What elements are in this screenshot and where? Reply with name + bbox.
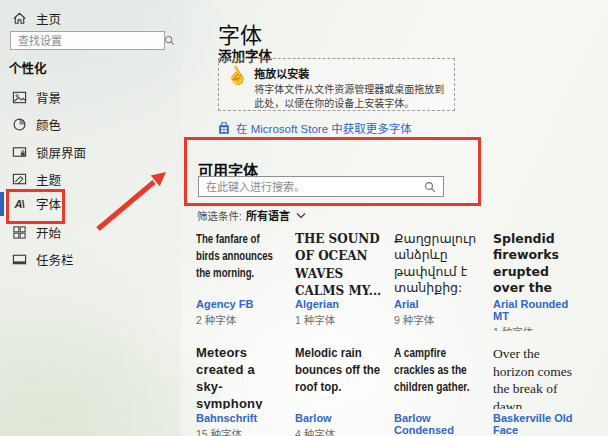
font-name-link[interactable]: Agency FB — [196, 298, 284, 310]
settings-sidebar: 主页 个性化 背景 颜色 锁屏界面 主题 A\ 字体 开始 任务栏 — [0, 0, 181, 436]
font-preview-text: Meteors created a sky-symphony of... — [196, 345, 284, 409]
chevron-down-icon — [296, 212, 306, 219]
font-card[interactable]: Meteors created a sky-symphony of... Bah… — [196, 345, 284, 436]
font-dropzone[interactable]: ☝ 拖放以安装 将字体文件从文件资源管理器或桌面拖放到此处，以便在你的设备上安装… — [218, 58, 455, 111]
font-card[interactable]: Քաղցրալուր անձրևը թափվում է տանիքից: Ari… — [394, 231, 482, 331]
sidebar-item-label: 锁屏界面 — [36, 143, 86, 162]
sidebar-item-label: 主题 — [36, 170, 61, 189]
filter-value: 所有语言 — [246, 207, 290, 223]
font-face-count: 4 种字体 — [295, 426, 383, 436]
font-grid: The fanfare of birds announces the morni… — [196, 231, 581, 436]
font-name-link[interactable]: Arial — [394, 298, 482, 310]
font-preview-text: Over the horizon comes the break of dawn… — [493, 345, 581, 409]
font-name-link[interactable]: Barlow Condensed — [394, 412, 482, 436]
fonts-icon: A\ — [11, 196, 27, 212]
font-card[interactable]: Over the horizon comes the break of dawn… — [493, 345, 581, 436]
font-preview-text: The fanfare of birds announces the morni… — [196, 231, 284, 295]
taskbar-icon — [11, 252, 27, 268]
page-title: 字体 — [218, 17, 262, 49]
themes-icon — [11, 172, 27, 188]
font-card[interactable]: THE SOUND OF OCEAN WAVES CALMS MY... Alg… — [295, 231, 383, 331]
font-name-link[interactable]: Arial Rounded MT — [493, 298, 581, 322]
sidebar-item-label: 任务栏 — [36, 250, 74, 269]
font-face-count: 2 种字体 — [196, 312, 284, 327]
home-icon — [11, 11, 27, 27]
sidebar-item-home[interactable]: 主页 — [0, 6, 181, 31]
sidebar-item-start[interactable]: 开始 — [0, 220, 181, 245]
store-icon — [218, 122, 230, 135]
dropzone-title: 拖放以安装 — [254, 65, 452, 81]
font-preview-text: Splendid fireworks erupted over the sky. — [493, 231, 581, 295]
font-face-count: 1 种字体 — [493, 324, 581, 331]
search-icon — [164, 35, 175, 46]
sidebar-item-colors[interactable]: 颜色 — [0, 112, 181, 137]
drag-hand-icon: ☝ — [223, 64, 250, 89]
lockscreen-icon — [11, 145, 27, 161]
font-search-input[interactable] — [199, 181, 424, 193]
font-face-count: 1 种字体 — [295, 312, 383, 327]
font-card[interactable]: Splendid fireworks erupted over the sky.… — [493, 231, 581, 331]
start-icon — [11, 225, 27, 241]
settings-search-box[interactable] — [10, 31, 165, 50]
fonts-settings-page: 字体 添加字体 ☝ 拖放以安装 将字体文件从文件资源管理器或桌面拖放到此处，以便… — [181, 0, 608, 436]
font-name-link[interactable]: Barlow — [295, 412, 383, 424]
dropzone-description: 将字体文件从文件资源管理器或桌面拖放到此处，以便在你的设备上安装字体。 — [254, 83, 452, 111]
sidebar-item-label: 开始 — [36, 223, 61, 242]
sidebar-item-themes[interactable]: 主题 — [0, 167, 181, 192]
sidebar-item-label: 颜色 — [36, 115, 61, 134]
microsoft-store-link[interactable]: 在 Microsoft Store 中获取更多字体 — [218, 120, 412, 136]
search-icon — [424, 181, 436, 193]
selected-item-accent-bar — [0, 192, 4, 216]
font-face-count: 9 种字体 — [394, 312, 482, 327]
sidebar-item-label: 字体 — [36, 194, 61, 213]
store-link-label: 在 Microsoft Store 中获取更多字体 — [236, 120, 412, 136]
filter-label: 筛选条件: — [197, 208, 242, 223]
settings-search-input[interactable] — [11, 35, 164, 47]
font-card[interactable]: A campfire crackles as the children gath… — [394, 345, 482, 436]
sidebar-item-fonts[interactable]: A\ 字体 — [0, 191, 181, 216]
sidebar-item-lockscreen[interactable]: 锁屏界面 — [0, 140, 181, 165]
font-name-link[interactable]: Baskerville Old Face — [493, 412, 581, 436]
sidebar-item-taskbar[interactable]: 任务栏 — [0, 247, 181, 272]
colors-icon — [11, 117, 27, 133]
sidebar-item-background-image[interactable]: 背景 — [0, 85, 181, 110]
font-name-link[interactable]: Bahnschrift — [196, 412, 284, 424]
background-image-icon — [11, 90, 27, 106]
font-preview-text: A campfire crackles as the children gath… — [394, 345, 482, 409]
sidebar-item-label: 主页 — [36, 9, 61, 28]
font-face-count: 15 种字体 — [196, 426, 284, 436]
sidebar-section-header: 个性化 — [9, 58, 47, 77]
font-card[interactable]: Melodic rain bounces off the roof top. B… — [295, 345, 383, 436]
sidebar-item-label: 背景 — [36, 88, 61, 107]
font-preview-text: THE SOUND OF OCEAN WAVES CALMS MY... — [295, 231, 383, 295]
font-preview-text: Քաղցրալուր անձրևը թափվում է տանիքից: — [394, 231, 482, 295]
font-card[interactable]: The fanfare of birds announces the morni… — [196, 231, 284, 331]
font-search-box[interactable] — [198, 176, 444, 197]
font-preview-text: Melodic rain bounces off the roof top. — [295, 345, 383, 409]
font-name-link[interactable]: Algerian — [295, 298, 383, 310]
language-filter[interactable]: 筛选条件: 所有语言 — [197, 207, 306, 223]
